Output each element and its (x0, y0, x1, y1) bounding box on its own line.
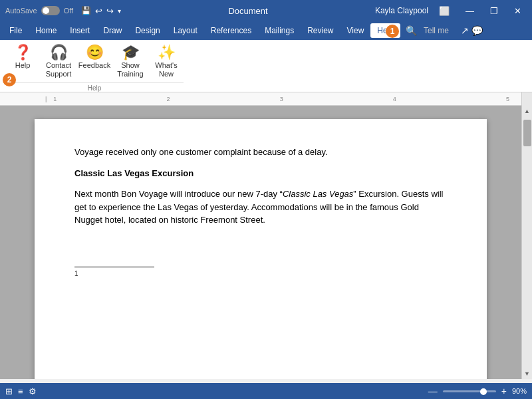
title-bar-right: Kayla Claypool ⬜ — ❐ ✕ (375, 3, 527, 19)
ribbon-whatsnew-label: What'sNew (155, 61, 177, 78)
zoom-minus-btn[interactable]: — (428, 386, 438, 396)
document-wrapper: Voyage received only one customer compla… (0, 106, 532, 379)
paragraph-heading: Classic Las Vegas Excursion (74, 167, 447, 180)
autosave-toggle[interactable] (41, 6, 60, 15)
menu-bar: File Home Insert Draw Design Layout Refe… (0, 21, 532, 40)
ribbon-feedback-btn[interactable]: 😊 Feedback (77, 43, 112, 81)
zoom-level: 90% (512, 387, 527, 395)
menu-design[interactable]: Design (128, 23, 166, 38)
ribbon-help-group: ❓ Help 2 🎧 ContactSupport 😊 Feedback 🎓 S… (5, 43, 184, 92)
menu-layout[interactable]: Layout (167, 23, 204, 38)
minimize-btn[interactable]: — (460, 3, 479, 19)
menu-view[interactable]: View (340, 23, 371, 38)
footnote-area: 1 (74, 267, 447, 277)
menu-insert[interactable]: Insert (63, 23, 96, 38)
quick-access-dropdown[interactable]: ▾ (118, 7, 121, 15)
ribbon: ❓ Help 2 🎧 ContactSupport 😊 Feedback 🎓 S… (0, 40, 532, 92)
document-title: Document (228, 6, 267, 16)
ruler-area: | 12345 (0, 92, 532, 106)
ribbon-contact-label: ContactSupport (46, 61, 72, 78)
ribbon-help-label: Help (15, 61, 31, 70)
zoom-thumb[interactable] (480, 388, 487, 395)
undo-icon[interactable]: ↩ (95, 6, 102, 16)
ribbon-toggle-btn[interactable]: ⬜ (434, 3, 455, 19)
document-content: Voyage received only one customer compla… (74, 146, 447, 227)
zoom-track (443, 390, 496, 392)
ribbon-whatsnew-btn[interactable]: ✨ What'sNew (149, 43, 184, 81)
menu-draw[interactable]: Draw (96, 23, 128, 38)
scroll-down-btn[interactable]: ▼ (524, 368, 530, 379)
heading-text: Classic Las Vegas Excursion (74, 168, 194, 178)
ribbon-contact-btn[interactable]: 🎧 ContactSupport (41, 43, 76, 81)
lines-icon[interactable]: ≡ (18, 386, 23, 396)
ruler-scroll (521, 92, 532, 106)
grid-icon[interactable]: ⊞ (5, 386, 13, 396)
help-circle-icon: ❓ (14, 45, 32, 60)
search-icon[interactable]: 🔍 (406, 25, 417, 36)
menu-help[interactable]: Help 1 (370, 23, 400, 38)
zoom-plus-btn[interactable]: + (501, 386, 507, 396)
title-bar: AutoSave Off 💾 ↩ ↪ ▾ Document Kayla Clay… (0, 0, 532, 21)
ribbon-training-btn[interactable]: 🎓 ShowTraining (113, 43, 148, 81)
badge-1: 1 (386, 25, 399, 38)
menu-mailings[interactable]: Mailings (258, 23, 301, 38)
ruler: | 12345 (0, 92, 521, 106)
document-page: Voyage received only one customer compla… (35, 119, 487, 379)
ribbon-training-label: ShowTraining (117, 61, 143, 78)
status-bar: ⊞ ≡ ⚙ — + 90% (0, 383, 532, 399)
menu-home[interactable]: Home (29, 23, 63, 38)
graduation-icon: 🎓 (122, 45, 140, 60)
title-bar-left: AutoSave Off 💾 ↩ ↪ ▾ (5, 6, 121, 16)
right-scrollbar[interactable]: ▲ ▼ (521, 106, 532, 379)
headset-icon: 🎧 (50, 45, 68, 60)
menu-file[interactable]: File (3, 23, 29, 38)
autosave-label: AutoSave (5, 7, 37, 15)
user-name: Kayla Claypool (375, 6, 428, 15)
italic-text: Classic Las Vegas (283, 189, 353, 199)
comment-icon[interactable]: 💬 (471, 25, 483, 36)
autosave-state: Off (64, 7, 73, 15)
smiley-icon: 😊 (86, 45, 104, 60)
footnote-line (74, 267, 154, 267)
ribbon-group-label: Help (5, 82, 184, 92)
paragraph-excursion: Next month Bon Voyage will introduce our… (74, 188, 447, 227)
menu-references[interactable]: References (204, 23, 258, 38)
paragraph-complaint: Voyage received only one customer compla… (74, 146, 447, 159)
share-icon[interactable]: ↗ (461, 25, 469, 36)
close-btn[interactable]: ✕ (509, 3, 527, 19)
scroll-thumb[interactable] (523, 120, 531, 146)
ribbon-help-btn[interactable]: ❓ Help (5, 43, 40, 72)
document-scroll-area: Voyage received only one customer compla… (0, 106, 521, 379)
save-icon[interactable]: 💾 (81, 6, 91, 15)
paragraph-start: Next month Bon Voyage will introduce our… (74, 189, 283, 199)
settings-icon[interactable]: ⚙ (29, 386, 37, 396)
footnote-number: 1 (74, 270, 447, 277)
status-right: — + 90% (428, 386, 527, 396)
scroll-up-btn[interactable]: ▲ (524, 106, 530, 116)
scroll-track (522, 116, 532, 368)
tell-me-field[interactable]: Tell me (417, 23, 456, 38)
status-left: ⊞ ≡ ⚙ (5, 386, 37, 396)
restore-btn[interactable]: ❐ (485, 3, 503, 19)
sparkle-icon: ✨ (158, 45, 176, 60)
ribbon-feedback-label: Feedback (78, 61, 110, 70)
redo-icon[interactable]: ↪ (106, 6, 114, 16)
menu-review[interactable]: Review (301, 23, 340, 38)
